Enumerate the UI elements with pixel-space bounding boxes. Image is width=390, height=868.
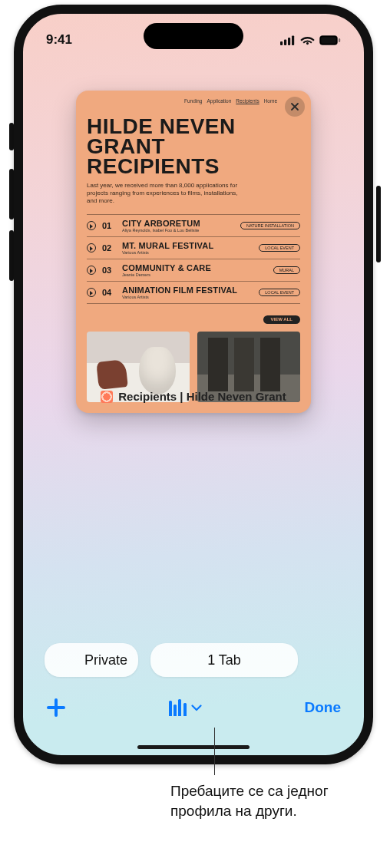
profile-switcher-button[interactable] <box>169 699 202 716</box>
svg-rect-1 <box>284 39 286 45</box>
svg-rect-0 <box>280 41 283 45</box>
play-icon <box>87 221 96 230</box>
status-time: 9:41 <box>46 32 72 48</box>
close-icon <box>290 102 299 111</box>
plus-icon <box>46 698 66 718</box>
tab-title: Recipients | Hilde Neven Grant <box>23 390 364 403</box>
play-icon <box>87 288 96 297</box>
toolbar: Done <box>23 686 364 729</box>
status-bar: 9:41 <box>23 23 364 57</box>
phone-frame: 9:41 Funding Application Recipients Home <box>14 5 373 764</box>
page-title: HILDE NEVEN GRANT RECIPIENTS <box>87 117 300 176</box>
recipients-list: 01 CITY ARBORETUMAliya Reynolds, Isabel … <box>87 214 300 304</box>
callout-line <box>214 728 215 775</box>
page-subtitle: Last year, we received more than 8,000 a… <box>87 182 240 205</box>
svg-rect-3 <box>292 35 294 45</box>
wifi-icon <box>300 35 315 45</box>
tab-group-private[interactable]: Private <box>45 643 138 677</box>
home-indicator[interactable] <box>137 745 250 749</box>
new-tab-button[interactable] <box>46 698 66 718</box>
list-item: 02 MT. MURAL FESTIVALVarious Artists LOC… <box>87 236 300 259</box>
list-item: 03 COMMUNITY & CAREJeanie Demers MURAL <box>87 259 300 281</box>
svg-rect-6 <box>339 38 340 42</box>
svg-rect-2 <box>288 38 290 45</box>
svg-rect-5 <box>321 37 335 43</box>
battery-icon <box>319 35 341 45</box>
view-all-button: VIEW ALL <box>263 315 300 324</box>
play-icon <box>87 266 96 275</box>
profile-icon <box>169 699 187 716</box>
tab-group-current[interactable]: 1 Tab <box>150 643 298 677</box>
tab-preview-card[interactable]: Funding Application Recipients Home HILD… <box>76 91 311 413</box>
callout-text: Пребаците се са једног профила на други. <box>170 781 370 820</box>
list-item: 01 CITY ARBORETUMAliya Reynolds, Isabel … <box>87 214 300 236</box>
chevron-down-icon <box>191 705 202 711</box>
favicon <box>101 391 113 403</box>
close-tab-button[interactable] <box>285 97 305 117</box>
done-button[interactable]: Done <box>305 699 342 716</box>
list-item: 04 ANIMATION FILM FESTIVALVarious Artist… <box>87 281 300 304</box>
page-nav: Funding Application Recipients Home <box>184 98 277 104</box>
cellular-icon <box>280 35 296 45</box>
play-icon <box>87 243 96 252</box>
